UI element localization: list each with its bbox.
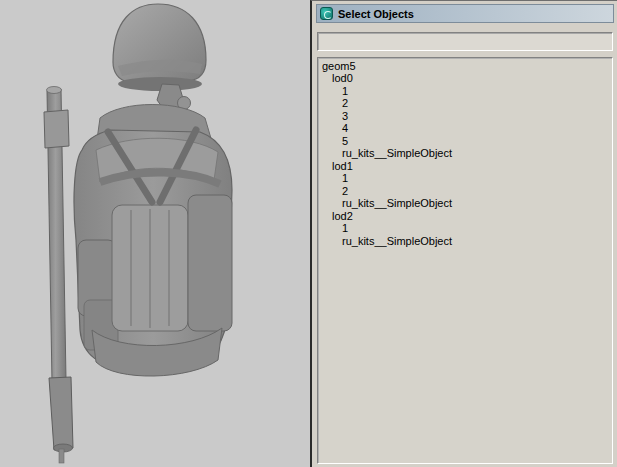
object-list[interactable]: geom5lod012345ru_kits__SimpleObjectlod11… — [317, 57, 613, 465]
app-window: Select Objects geom5lod012345ru_kits__Si… — [0, 0, 617, 467]
dialog-title: Select Objects — [338, 8, 414, 20]
list-item[interactable]: lod0 — [318, 72, 612, 85]
list-item[interactable]: ru_kits__SimpleObject — [318, 147, 612, 160]
launcher-tube — [44, 87, 73, 464]
list-item[interactable]: 5 — [318, 135, 612, 148]
object-name-field-wrap — [317, 31, 613, 51]
list-item[interactable]: geom5 — [318, 60, 612, 73]
list-item[interactable]: lod1 — [318, 160, 612, 173]
list-item[interactable]: ru_kits__SimpleObject — [318, 197, 612, 210]
helmet — [113, 4, 206, 118]
3d-viewport[interactable] — [0, 0, 310, 467]
select-objects-dialog: Select Objects geom5lod012345ru_kits__Si… — [310, 0, 617, 467]
backpack — [74, 105, 232, 377]
list-item[interactable]: 4 — [318, 122, 612, 135]
list-item[interactable]: ru_kits__SimpleObject — [318, 235, 612, 248]
dialog-titlebar[interactable]: Select Objects — [316, 4, 614, 23]
list-item[interactable]: lod2 — [318, 210, 612, 223]
list-item[interactable]: 2 — [318, 185, 612, 198]
select-objects-icon — [320, 7, 333, 20]
list-item[interactable]: 1 — [318, 222, 612, 235]
object-name-input[interactable] — [317, 32, 613, 51]
soldier-kit-model — [0, 0, 310, 467]
list-item[interactable]: 2 — [318, 97, 612, 110]
list-item[interactable]: 1 — [318, 85, 612, 98]
list-item[interactable]: 1 — [318, 172, 612, 185]
list-item[interactable]: 3 — [318, 110, 612, 123]
